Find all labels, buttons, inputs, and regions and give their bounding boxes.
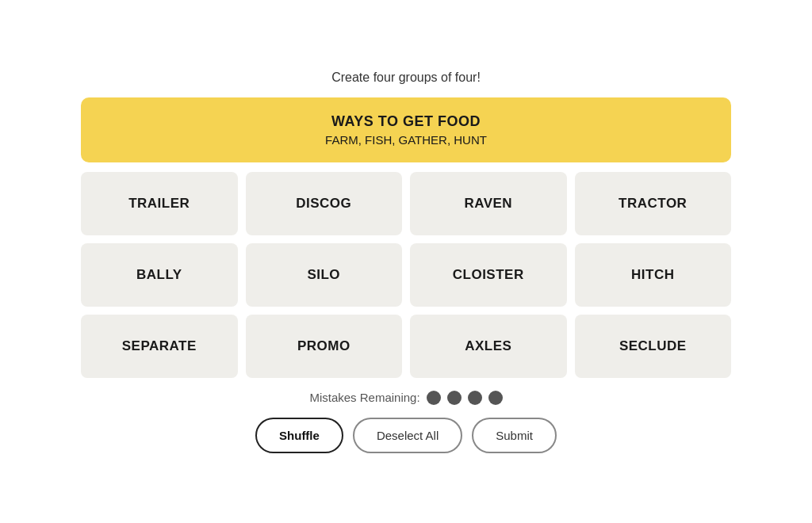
word-card[interactable]: AXLES — [410, 315, 567, 378]
mistake-dot-2 — [447, 391, 462, 405]
solved-group-title: WAYS TO GET FOOD — [97, 113, 715, 130]
word-card[interactable]: HITCH — [575, 243, 732, 307]
word-card[interactable]: RAVEN — [410, 172, 567, 235]
subtitle: Create four groups of four! — [331, 71, 481, 85]
game-container: Create four groups of four! WAYS TO GET … — [81, 71, 731, 453]
shuffle-button[interactable]: Shuffle — [255, 418, 343, 453]
word-card[interactable]: BALLY — [81, 243, 238, 307]
buttons-row: Shuffle Deselect All Submit — [255, 418, 557, 453]
word-card[interactable]: TRAILER — [81, 172, 238, 235]
deselect-button[interactable]: Deselect All — [353, 418, 462, 453]
word-card[interactable]: DISCOG — [246, 172, 403, 235]
mistakes-label: Mistakes Remaining: — [309, 391, 419, 404]
solved-group-words: FARM, FISH, GATHER, HUNT — [97, 133, 715, 147]
mistake-dot-3 — [468, 391, 482, 405]
mistake-dot-4 — [488, 391, 503, 405]
word-card[interactable]: SILO — [246, 243, 403, 307]
word-card[interactable]: SEPARATE — [81, 315, 238, 378]
mistakes-row: Mistakes Remaining: — [309, 391, 502, 405]
submit-button[interactable]: Submit — [472, 418, 557, 453]
solved-group: WAYS TO GET FOOD FARM, FISH, GATHER, HUN… — [81, 97, 731, 162]
word-card[interactable]: TRACTOR — [575, 172, 732, 235]
word-grid: TRAILERDISCOGRAVENTRACTORBALLYSILOCLOIST… — [81, 172, 731, 378]
word-card[interactable]: CLOISTER — [410, 243, 567, 307]
word-card[interactable]: PROMO — [246, 315, 403, 378]
word-card[interactable]: SECLUDE — [575, 315, 732, 378]
mistake-dot-1 — [427, 391, 441, 405]
